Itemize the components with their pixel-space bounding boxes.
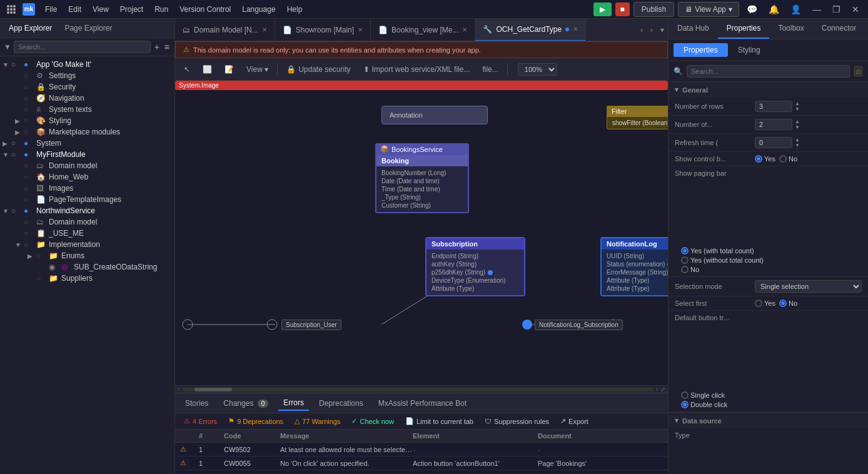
view-app-button[interactable]: 🖥 View App ▾	[678, 2, 739, 17]
select-first-no[interactable]: No	[779, 300, 797, 307]
canvas-scrollbar[interactable]: ‹ › ⤢	[175, 385, 668, 393]
tab-showroom[interactable]: 📄 Showroom [Main] ✕	[275, 19, 371, 41]
bottom-tab-mxassist[interactable]: MxAssist Performance Bot	[373, 396, 472, 410]
menu-view[interactable]: View	[88, 4, 114, 15]
prop-home-icon[interactable]: ⌂	[854, 66, 863, 77]
stepper-up-icon[interactable]: ▲	[795, 138, 800, 143]
notifications-icon[interactable]: 🔔	[765, 3, 783, 16]
scroll-track[interactable]	[182, 388, 653, 391]
menu-language[interactable]: Language	[237, 4, 280, 15]
tab-och-get-card-type[interactable]: 🔧 OCH_GetCardType ✕	[475, 19, 586, 41]
refresh-time-input[interactable]	[755, 137, 792, 148]
general-section-header[interactable]: ▾ General	[669, 82, 868, 98]
scroll-left-icon[interactable]: ‹	[178, 386, 179, 393]
bottom-tab-deprecations[interactable]: Deprecations	[314, 396, 368, 410]
tree-item-settings[interactable]: ○ ⚙ Settings	[0, 70, 174, 81]
bottom-tab-changes[interactable]: Changes 0	[218, 396, 273, 410]
tree-item-enums[interactable]: ▶ ○ 📁 Enums	[0, 250, 174, 261]
tree-item-security[interactable]: ○ 🔒 Security	[0, 81, 174, 93]
tree-item-system-texts[interactable]: ○ ≡ System texts	[0, 104, 174, 115]
zoom-select[interactable]: 100% 75% 50% 150%	[518, 63, 557, 76]
bottom-tab-errors[interactable]: Errors	[278, 396, 309, 411]
stepper-down-icon[interactable]: ▼	[795, 107, 800, 112]
right-tab-toolbox[interactable]: Toolbox	[769, 19, 812, 39]
menu-file[interactable]: File	[40, 4, 62, 15]
close-button[interactable]: ✕	[848, 3, 863, 16]
selection-mode-select[interactable]: Single selection Multi selection No sele…	[755, 280, 862, 293]
menu-edit[interactable]: Edit	[63, 4, 86, 15]
suppression-rules-btn[interactable]: 🛡 Suppression rules	[481, 416, 553, 426]
datasource-section-header[interactable]: ▾ Data source	[669, 413, 868, 428]
bookings-service-node[interactable]: 📦 BookingsService Booking BookingNumber …	[375, 143, 469, 213]
tab-dropdown[interactable]: ▾	[657, 26, 668, 34]
minimize-button[interactable]: —	[809, 3, 825, 16]
menu-project[interactable]: Project	[115, 4, 148, 15]
tree-item-use-me[interactable]: ○ 📋 _USE_ME	[0, 228, 174, 239]
sidebar-filter-icon[interactable]: ≡	[163, 41, 171, 53]
stepper-down-icon[interactable]: ▼	[795, 125, 800, 130]
app-grid-icon[interactable]	[5, 3, 18, 16]
tree-item-sub-create[interactable]: ◉ ◎ SUB_CreateODataString	[0, 261, 174, 273]
export-btn[interactable]: ↗ Export	[557, 416, 592, 426]
tab-close-showroom[interactable]: ✕	[358, 26, 363, 33]
avatar[interactable]: 👤	[787, 3, 805, 16]
view-dropdown-btn[interactable]: View ▾	[243, 64, 272, 75]
tab-domain-model[interactable]: 🗂 Domain Model [N... ✕	[175, 19, 275, 41]
subscription-node[interactable]: Subscbription Endpoint (String) authKey …	[425, 237, 525, 296]
tree-item-styling[interactable]: ▶ ○ 🎨 Styling	[0, 115, 174, 126]
scroll-right-icon[interactable]: ›	[656, 386, 658, 393]
tree-item-images[interactable]: ○ 🖼 Images	[0, 183, 174, 194]
limit-current-tab-btn[interactable]: 📄 Limit to current tab	[401, 416, 477, 426]
deprecations-filter-btn[interactable]: ⚑ 9 Deprecations	[225, 416, 287, 426]
num-rows-stepper[interactable]: ▲ ▼	[795, 101, 800, 112]
tree-item-page-template-images[interactable]: ○ 📄 PageTemplateImages	[0, 194, 174, 205]
stepper-up-icon[interactable]: ▲	[795, 101, 800, 106]
paging-yes-total[interactable]: Yes (with total count)	[681, 247, 764, 255]
bottom-tab-stories[interactable]: Stories	[180, 396, 213, 410]
scroll-expand-icon[interactable]: ⤢	[660, 386, 665, 393]
num-rows-input[interactable]	[755, 101, 792, 112]
canvas[interactable]: Annotation 📦 BookingsService Booking Boo…	[175, 81, 668, 385]
num-cols-stepper[interactable]: ▲ ▼	[795, 119, 800, 130]
stepper-up-icon[interactable]: ▲	[795, 119, 800, 124]
annotation-tool-btn[interactable]: 📝	[221, 64, 238, 75]
table-row-0[interactable]: ⚠ 1 CW9502 At least one allowed role mus…	[175, 443, 668, 456]
menu-help[interactable]: Help	[282, 4, 308, 15]
warnings-filter-btn[interactable]: △ 77 Warnings	[291, 416, 344, 426]
filter-node[interactable]: Filter showFilter (Boolean)	[607, 106, 668, 129]
import-web-service-btn[interactable]: ⬆ Import web service/XML file...	[360, 64, 474, 75]
update-security-btn[interactable]: 🔒 Update security	[283, 64, 354, 75]
tab-scroll-left[interactable]: ‹	[637, 26, 647, 34]
tab-scroll-right[interactable]: ›	[647, 26, 657, 34]
tab-close-och[interactable]: ✕	[573, 26, 578, 33]
maximize-button[interactable]: ❐	[829, 3, 844, 16]
select-first-yes[interactable]: Yes	[755, 300, 775, 307]
sidebar-search-input[interactable]	[14, 41, 151, 53]
sidebar-new-icon[interactable]: +	[153, 41, 161, 53]
right-tab-properties[interactable]: Properties	[718, 19, 770, 39]
tree-item-domain-model[interactable]: ○ 🗂 Domain model	[0, 160, 174, 171]
num-cols-input[interactable]	[755, 119, 792, 130]
prop-subtab-properties[interactable]: Properties	[674, 43, 728, 57]
menu-run[interactable]: Run	[149, 4, 173, 15]
publish-button[interactable]: Publish	[633, 2, 674, 17]
right-tab-connector[interactable]: Connector	[813, 19, 865, 39]
right-tab-data-hub[interactable]: Data Hub	[669, 19, 718, 39]
tree-item-myfirstmodule[interactable]: ▼ ○ ● MyFirstModule	[0, 149, 174, 160]
entity-tool-btn[interactable]: ⬜	[199, 64, 216, 75]
tree-item-app[interactable]: ▼ ○ ● App 'Go Make It'	[0, 59, 174, 70]
tree-item-suppliers[interactable]: ○ 📁 Suppliers	[0, 273, 174, 284]
tree-item-northwind[interactable]: ▼ ○ ● NorthwindService	[0, 205, 174, 216]
prop-subtab-styling[interactable]: Styling	[728, 43, 770, 57]
single-click-opt[interactable]: Single click	[681, 391, 727, 399]
show-control-no[interactable]: No	[779, 155, 797, 163]
tree-item-northwind-domain[interactable]: ○ 🗂 Domain model	[0, 216, 174, 228]
scroll-thumb[interactable]	[194, 388, 232, 391]
tab-booking-view[interactable]: 📄 Booking_view [Me... ✕	[371, 19, 475, 41]
file-btn[interactable]: file...	[478, 64, 502, 75]
chat-icon[interactable]: 💬	[743, 3, 761, 16]
paging-yes-nototal[interactable]: Yes (without total count)	[681, 256, 764, 264]
tab-close-domain-model[interactable]: ✕	[262, 26, 267, 33]
menu-version-control[interactable]: Version Control	[174, 4, 236, 15]
errors-filter-btn[interactable]: ⚠ 4 Errors	[180, 416, 221, 426]
